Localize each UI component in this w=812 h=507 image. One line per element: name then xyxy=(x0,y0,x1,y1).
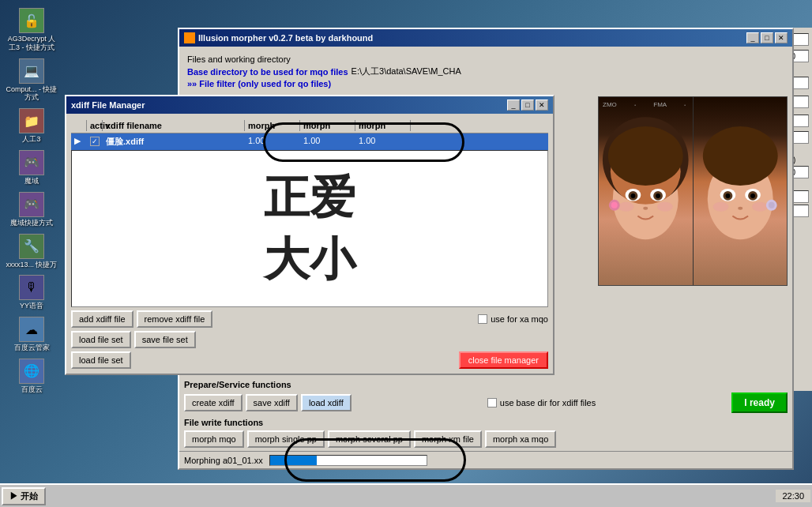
svg-point-3 xyxy=(608,126,683,186)
icon-ag3decrypt: 🔓 xyxy=(19,8,44,33)
base-dir-label: Base directory to be used for mqo files xyxy=(187,67,348,77)
icon-label-computer: Comput... - 快捷方式 xyxy=(5,85,58,103)
row-morph1: 1.00 xyxy=(245,135,300,148)
col-active: activ xyxy=(87,120,103,131)
base-dir-row: Base directory to be used for mqo files … xyxy=(187,66,784,77)
svg-point-23 xyxy=(738,207,742,210)
svg-point-21 xyxy=(725,193,730,198)
system-clock: 22:30 xyxy=(776,490,810,502)
col-arrow xyxy=(71,120,87,131)
fm-maximize-button[interactable]: □ xyxy=(521,100,534,111)
load-file-set-button1[interactable]: load file set xyxy=(71,331,131,348)
icon-yy: 🎙 xyxy=(19,275,44,300)
svg-point-24 xyxy=(712,202,728,212)
path-section-label: Files and working directory xyxy=(187,54,784,64)
icon-label-ag3decrypt: AG3Decrypt 人工3 - 快捷方式 xyxy=(5,35,58,52)
row-active xyxy=(87,135,103,148)
fm-content: activ xdiff filename morph morph morph ▶… xyxy=(66,114,553,374)
path-section: Files and working directory Base directo… xyxy=(184,51,788,93)
desktop-icon-xxx[interactable]: 🔧 xxxx13... 快捷万 xyxy=(3,232,60,271)
row-filename: 僵脸.xdiff xyxy=(103,135,245,148)
icon-label-baidu2: 百度云 xyxy=(21,385,43,394)
desktop-icon-ag3decrypt[interactable]: 🔓 AG3Decrypt 人工3 - 快捷方式 xyxy=(3,6,60,54)
svg-point-16 xyxy=(702,126,777,186)
use-xa-row: use for xa mqo xyxy=(478,314,548,324)
preview-area: ZMO・FMA・ xyxy=(598,96,788,286)
svg-point-25 xyxy=(752,202,768,212)
fm-titlebar: xdiff File Manager _ □ ✕ xyxy=(66,96,553,114)
col-morph1: morph xyxy=(245,120,300,131)
row-morph2: 1.00 xyxy=(300,135,355,148)
face-svg-left xyxy=(599,97,693,285)
svg-point-11 xyxy=(618,202,634,212)
close-file-manager-button[interactable]: close file manager xyxy=(459,351,548,369)
svg-point-8 xyxy=(630,193,635,198)
taskbar: ▶ 开始 22:30 xyxy=(0,483,812,507)
desktop-icon-moy2[interactable]: 🎮 魔域快捷方式 xyxy=(3,190,60,229)
table-row[interactable]: ▶ 僵脸.xdiff 1.00 1.00 1.00 xyxy=(71,133,548,150)
fm-buttons-row1: add xdiff file remove xdiff file use for… xyxy=(71,310,548,328)
icon-moy2: 🎮 xyxy=(19,192,44,217)
file-filter-row: »» File filter (only used for qo files) xyxy=(187,79,784,88)
morpher-title-bar: Illusion morpher v0.2.7 beta by darkhoun… xyxy=(184,32,373,43)
col-morph2: morph xyxy=(300,120,355,131)
char-ai: 爱 xyxy=(310,167,355,229)
fm-buttons-row3: load file set close file manager xyxy=(71,351,548,369)
char-da: 大 xyxy=(264,229,310,291)
icon-label-yy: YY语音 xyxy=(20,302,43,310)
save-file-set-button[interactable]: save file set xyxy=(134,331,196,348)
morpher-minimize-button[interactable]: _ xyxy=(746,32,759,43)
file-manager-window: xdiff File Manager _ □ ✕ activ xdiff fil… xyxy=(65,95,554,375)
desktop-icon-baidu2[interactable]: 🌐 百度云 xyxy=(3,357,60,396)
morpher-maximize-button[interactable]: □ xyxy=(761,32,773,43)
row-arrow: ▶ xyxy=(71,135,87,148)
desktop-icon-rengong[interactable]: 📁 人工3 xyxy=(3,107,60,145)
row-checkbox[interactable] xyxy=(90,137,100,146)
use-xa-label: use for xa mqo xyxy=(491,314,548,324)
fm-title-text: xdiff File Manager xyxy=(71,100,145,110)
char-zheng: 正 xyxy=(264,167,310,229)
svg-point-27 xyxy=(768,202,774,208)
fm-minimize-button[interactable]: _ xyxy=(507,100,520,111)
icon-label-baidu1: 百度云管家 xyxy=(14,344,50,352)
icon-label-moy1: 魔域 xyxy=(24,177,39,186)
add-xdiff-button[interactable]: add xdiff file xyxy=(71,310,133,328)
morpher-close-button[interactable]: ✕ xyxy=(775,32,788,43)
desktop-icon-yy[interactable]: 🎙 YY语音 xyxy=(3,273,60,312)
morpher-titlebar: Illusion morpher v0.2.7 beta by darkhoun… xyxy=(179,29,792,47)
file-filter-label: »» File filter (only used for qo files) xyxy=(187,79,331,88)
face-labels-left: ZMO・FMA・ xyxy=(603,101,689,110)
fm-buttons-row2: load file set save file set xyxy=(71,331,548,348)
icon-baidu1: ☁ xyxy=(19,317,44,342)
col-morph3: morph xyxy=(355,120,411,131)
icon-label-xxx: xxxx13... 快捷万 xyxy=(6,261,57,269)
icon-label-moy2: 魔域快捷方式 xyxy=(10,219,53,227)
desktop-icon-computer[interactable]: 💻 Comput... - 快捷方式 xyxy=(3,57,60,104)
face-svg-right xyxy=(694,97,788,285)
fm-close-button[interactable]: ✕ xyxy=(536,100,548,111)
drawing-area: 正 爱 大 小 xyxy=(71,150,548,307)
load-file-set-button2[interactable]: load file set xyxy=(71,351,131,369)
desktop-icon-moy1[interactable]: 🎮 魔域 xyxy=(3,148,60,187)
icon-moy1: 🎮 xyxy=(19,150,44,175)
icon-xxx: 🔧 xyxy=(19,234,44,259)
face-preview-left: ZMO・FMA・ xyxy=(599,97,694,285)
svg-point-12 xyxy=(657,202,673,212)
preview-faces-container: ZMO・FMA・ xyxy=(599,97,787,285)
svg-point-9 xyxy=(656,193,660,198)
face-preview-right xyxy=(694,97,788,285)
icon-computer: 💻 xyxy=(19,58,44,84)
desktop-icon-baidu1[interactable]: ☁ 百度云管家 xyxy=(3,315,60,354)
fm-controls: _ □ ✕ xyxy=(507,100,548,111)
svg-point-14 xyxy=(611,202,618,208)
icon-rengong: 📁 xyxy=(19,108,44,133)
char-xiao: 小 xyxy=(310,229,355,291)
desktop-icons: 🔓 AG3Decrypt 人工3 - 快捷方式 💻 Comput... - 快捷… xyxy=(3,0,66,490)
use-xa-checkbox[interactable] xyxy=(478,314,487,324)
remove-xdiff-button[interactable]: remove xdiff file xyxy=(137,310,213,328)
start-button[interactable]: ▶ 开始 xyxy=(2,487,46,505)
icon-label-rengong: 人工3 xyxy=(22,135,40,144)
base-dir-value: E:\人工3\data\SAVE\M_CHA xyxy=(351,66,461,77)
chinese-chars-display: 正 爱 大 小 xyxy=(256,160,363,299)
col-filename: xdiff filename xyxy=(103,120,245,131)
